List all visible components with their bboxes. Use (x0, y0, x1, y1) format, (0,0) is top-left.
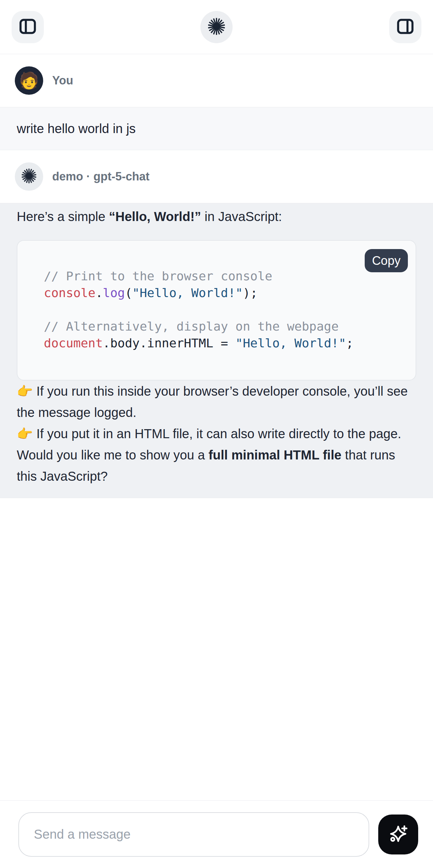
panel-right-icon (395, 17, 415, 37)
assistant-message-header: demo · gpt-5-chat (0, 150, 433, 203)
user-message-text: write hello world in js (17, 121, 136, 136)
code-token: // Print to the browser console (44, 269, 272, 283)
code-token: ; (346, 336, 353, 350)
starburst-icon (21, 167, 37, 186)
code-token: "Hello, World!" (132, 286, 243, 300)
starburst-icon (207, 17, 226, 37)
assistant-avatar (15, 162, 43, 191)
copy-button[interactable]: Copy (365, 249, 408, 272)
assistant-tips-paragraph: 👉 If you run this inside your browser’s … (17, 380, 416, 444)
code-token: "Hello, World!" (236, 336, 346, 350)
followup-text: Would you like me to show you a (17, 448, 209, 462)
code-line (44, 301, 406, 318)
pointing-finger-emoji: 👉 (17, 384, 33, 398)
panel-left-icon (18, 17, 38, 37)
composer-bar (0, 800, 433, 868)
user-avatar: 🧑 (15, 66, 43, 95)
code-token: ( (125, 286, 132, 300)
top-bar (0, 0, 433, 54)
assistant-message: Here’s a simple “Hello, World!” in JavaS… (0, 203, 433, 498)
user-author-label: You (52, 74, 73, 87)
sidebar-toggle-button[interactable] (11, 11, 44, 43)
intro-bold-text: “Hello, World!” (109, 210, 201, 224)
followup-bold-text: full minimal HTML file (209, 448, 341, 462)
right-panel-toggle-button[interactable] (389, 11, 422, 43)
person-emoji: 🧑 (19, 72, 39, 89)
user-message-header: 🧑 You (0, 54, 433, 107)
code-line: console.log("Hello, World!"); (44, 284, 406, 301)
code-token: log (103, 286, 125, 300)
tip-line: 👉 If you put it in an HTML file, it can … (17, 423, 416, 444)
code-token: document (44, 336, 103, 350)
code-line: // Print to the browser console (44, 268, 406, 284)
pointing-finger-emoji: 👉 (17, 427, 33, 441)
code-token: console (44, 286, 95, 300)
tip-text: If you put it in an HTML file, it can al… (33, 427, 401, 441)
assistant-author-label: demo · gpt-5-chat (52, 170, 150, 183)
code-token: // Alternatively, display on the webpage (44, 319, 339, 334)
message-input[interactable] (18, 812, 369, 857)
code-block: Copy // Print to the browser consolecons… (17, 240, 416, 380)
empty-chat-space (0, 498, 433, 800)
assistant-followup-paragraph: Would you like me to show you a full min… (17, 444, 416, 487)
intro-text-post: in JavaScript: (201, 210, 282, 224)
code-line: // Alternatively, display on the webpage (44, 318, 406, 335)
intro-text: Here’s a simple (17, 210, 109, 224)
code-token: .body.innerHTML = (103, 336, 236, 350)
code-token: ); (243, 286, 258, 300)
code-token: . (95, 286, 103, 300)
user-message: write hello world in js (0, 107, 433, 150)
code-content: // Print to the browser consoleconsole.l… (18, 241, 415, 380)
send-button[interactable] (378, 814, 418, 855)
assistant-intro-paragraph: Here’s a simple “Hello, World!” in JavaS… (17, 206, 416, 227)
tip-line: 👉 If you run this inside your browser’s … (17, 380, 416, 423)
code-line: document.body.innerHTML = "Hello, World!… (44, 335, 406, 351)
tip-text: If you run this inside your browser’s de… (17, 384, 408, 420)
sparkle-icon (386, 822, 410, 846)
app-badge (200, 11, 233, 43)
